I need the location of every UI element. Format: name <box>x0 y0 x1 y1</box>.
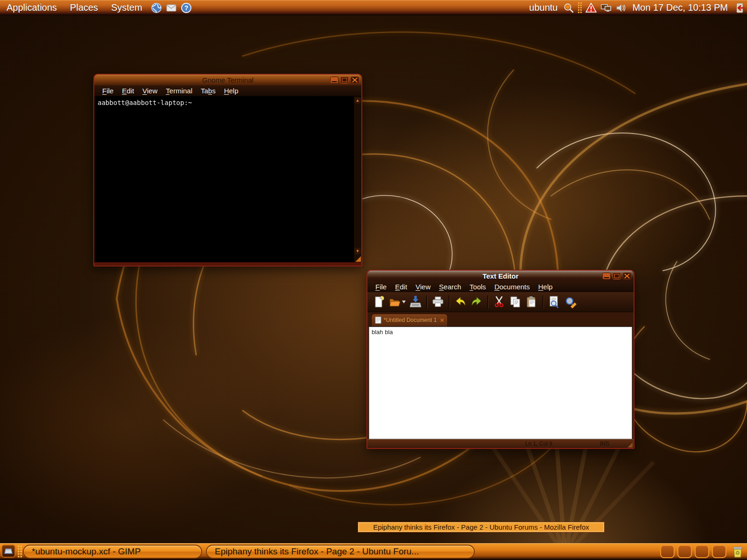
displays-icon[interactable] <box>600 2 612 14</box>
editor-titlebar[interactable]: Text Editor <box>367 271 634 281</box>
editor-text-area[interactable]: blah bla <box>369 327 632 439</box>
top-panel-status-icons <box>561 2 628 14</box>
editor-menu-file[interactable]: File <box>371 283 391 291</box>
replace-icon[interactable] <box>563 294 578 310</box>
insert-mode-label: INS <box>600 441 609 447</box>
bottom-panel: *ubuntu-mockup.xcf - GIMP Epiphany think… <box>0 543 747 560</box>
toolbar-separator <box>487 295 488 308</box>
terminal-title: Gnome Terminal <box>202 76 254 84</box>
copy-icon[interactable] <box>508 294 523 310</box>
svg-text:?: ? <box>184 4 188 12</box>
new-icon[interactable] <box>371 294 386 310</box>
maximize-button[interactable] <box>340 77 349 84</box>
panel-menu-applications[interactable]: Applications <box>0 0 63 15</box>
paste-icon[interactable] <box>524 294 539 310</box>
resize-grip-icon[interactable] <box>355 256 361 262</box>
workspace-button-1[interactable] <box>660 545 675 558</box>
tab-close-icon[interactable]: × <box>440 317 444 323</box>
editor-statusbar: Ln 1, Col 9 INS <box>367 439 634 448</box>
open-dropdown-icon[interactable] <box>402 294 407 310</box>
editor-window-buttons <box>602 273 631 280</box>
taskbar-item-firefox[interactable]: Epiphany thinks its Firefox - Page 2 - U… <box>206 545 475 559</box>
find-icon[interactable] <box>547 294 562 310</box>
terminal-menu-tabs[interactable]: Tabs <box>197 87 220 95</box>
resize-grip-icon[interactable] <box>627 442 633 448</box>
minimize-button[interactable] <box>602 273 611 280</box>
terminal-menu-view[interactable]: View <box>138 87 162 95</box>
toolbar-separator <box>426 295 427 308</box>
document-icon <box>375 316 381 324</box>
help-icon[interactable]: ? <box>180 2 192 14</box>
trash-icon: ♻ <box>732 545 744 558</box>
toolbar-separator <box>543 295 543 308</box>
top-panel-menus: ApplicationsPlacesSystem <box>0 0 149 15</box>
terminal-bottom-border <box>94 262 361 265</box>
terminal-menu-help[interactable]: Help <box>220 87 243 95</box>
top-panel: ApplicationsPlacesSystem ? ubuntu Mon 17… <box>0 0 747 15</box>
scroll-down-icon[interactable]: ▼ <box>354 248 361 254</box>
browser-globe-icon[interactable] <box>150 2 162 14</box>
editor-menubar: FileEditViewSearchToolsDocumentsHelp <box>367 281 634 292</box>
editor-menu-view[interactable]: View <box>411 283 435 291</box>
panel-separator-dots <box>578 2 582 14</box>
terminal-menubar: FileEditViewTerminalTabsHelp <box>94 85 361 96</box>
toolbar-separator <box>449 295 450 308</box>
screen: ApplicationsPlacesSystem ? ubuntu Mon 17… <box>0 0 747 560</box>
volume-icon[interactable] <box>615 2 627 14</box>
terminal-window: Gnome Terminal FileEditViewTerminalTabsH… <box>93 74 362 266</box>
search-icon[interactable] <box>563 2 575 14</box>
workspace-switcher <box>660 545 726 558</box>
editor-menu-search[interactable]: Search <box>435 283 465 291</box>
editor-menu-documents[interactable]: Documents <box>490 283 534 291</box>
minimize-button[interactable] <box>330 77 338 84</box>
cut-icon[interactable] <box>492 294 507 310</box>
terminal-titlebar[interactable]: Gnome Terminal <box>94 75 361 85</box>
scroll-up-icon[interactable]: ▲ <box>354 97 361 104</box>
logout-icon[interactable] <box>733 2 745 14</box>
text-editor-window: Text Editor FileEditViewSearchToolsDocum… <box>366 270 634 449</box>
close-button[interactable] <box>351 77 359 84</box>
taskbar-item-gimp[interactable]: *ubuntu-mockup.xcf - GIMP <box>23 545 202 559</box>
open-icon[interactable] <box>388 294 402 310</box>
terminal-window-buttons <box>330 77 359 84</box>
terminal-prompt: aabbott@aabbott-laptop:~ <box>98 99 192 106</box>
terminal-menu-edit[interactable]: Edit <box>118 87 138 95</box>
terminal-screen[interactable]: aabbott@aabbott-laptop:~ ▲ ▼ <box>94 96 361 262</box>
save-icon[interactable] <box>408 294 423 310</box>
terminal-menu-terminal[interactable]: Terminal <box>162 87 197 95</box>
alert-icon[interactable] <box>585 2 597 14</box>
tab-label: *Untitled Document 1 <box>384 317 437 323</box>
editor-menu-help[interactable]: Help <box>534 283 557 291</box>
panel-menu-places[interactable]: Places <box>63 0 105 15</box>
editor-content-frame: blah bla <box>367 327 634 439</box>
editor-toolbar <box>367 292 634 312</box>
close-button[interactable] <box>623 273 631 280</box>
maximize-button[interactable] <box>613 273 621 280</box>
email-icon[interactable] <box>165 2 177 14</box>
show-desktop-button[interactable] <box>1 545 15 558</box>
document-tab[interactable]: *Untitled Document 1 × <box>371 314 448 326</box>
workspace-button-3[interactable] <box>695 545 709 558</box>
print-icon[interactable] <box>430 294 445 310</box>
editor-tabbar: *Untitled Document 1 × <box>367 312 634 327</box>
workspace-button-2[interactable] <box>677 545 692 558</box>
editor-title: Text Editor <box>482 272 518 280</box>
undo-icon[interactable] <box>453 294 468 310</box>
editor-menu-edit[interactable]: Edit <box>391 283 411 291</box>
trash-applet[interactable]: ♻ <box>731 545 745 559</box>
cursor-position-label: Ln 1, Col 9 <box>525 441 552 447</box>
redo-icon[interactable] <box>469 294 484 310</box>
workspace-button-4[interactable] <box>712 545 726 558</box>
taskbar-tooltip: Epiphany thinks its Firefox - Page 2 - U… <box>358 522 605 532</box>
terminal-menu-file[interactable]: File <box>98 87 118 95</box>
show-desktop-icon <box>4 546 13 556</box>
clock[interactable]: Mon 17 Dec, 10:13 PM <box>632 2 728 13</box>
top-panel-launchers: ? <box>149 2 194 14</box>
panel-menu-system[interactable]: System <box>105 0 149 15</box>
terminal-scrollbar[interactable]: ▲ ▼ <box>354 97 361 262</box>
panel-drag-handle[interactable] <box>17 545 22 558</box>
editor-menu-tools[interactable]: Tools <box>465 283 490 291</box>
svg-text:♻: ♻ <box>735 550 740 556</box>
username-label: ubuntu <box>529 2 557 13</box>
